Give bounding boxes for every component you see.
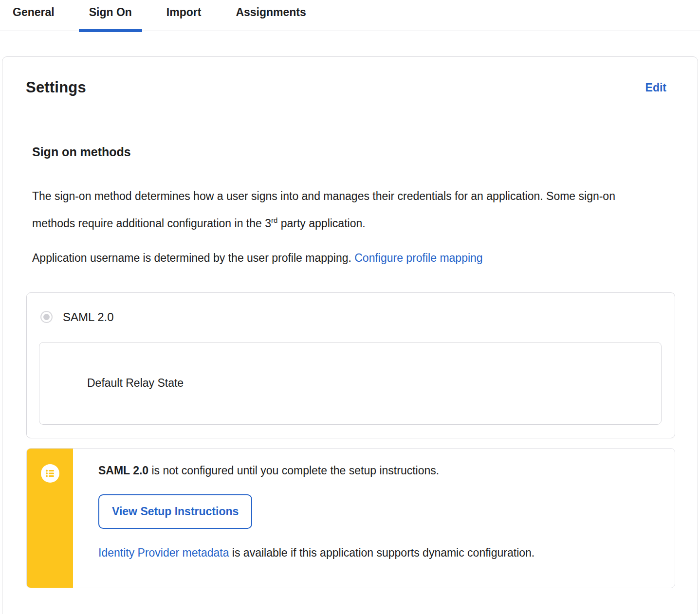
saml-radio-row: SAML 2.0	[27, 293, 675, 324]
saml-method-box: SAML 2.0 Default Relay State	[26, 292, 675, 438]
description-text-part2: party application.	[277, 217, 365, 230]
saml-radio-button[interactable]	[40, 311, 53, 323]
page-title: Settings	[26, 79, 86, 96]
callout-message: SAML 2.0 is not configured until you com…	[98, 462, 655, 479]
username-note-text: Application username is determined by th…	[32, 252, 354, 264]
username-mapping-note: Application username is determined by th…	[32, 246, 636, 270]
metadata-line-rest: is available if this application support…	[229, 546, 534, 559]
saml-setup-callout: SAML 2.0 is not configured until you com…	[26, 448, 675, 588]
sign-on-methods-description: The sign-on method determines how a user…	[32, 184, 636, 235]
tab-sign-on[interactable]: Sign On	[79, 0, 142, 31]
default-relay-state-box: Default Relay State	[39, 342, 662, 425]
callout-message-bold: SAML 2.0	[98, 464, 148, 477]
tab-import[interactable]: Import	[156, 0, 212, 31]
callout-body: SAML 2.0 is not configured until you com…	[73, 449, 675, 588]
settings-card-header: Settings Edit	[2, 57, 698, 96]
edit-button[interactable]: Edit	[645, 81, 666, 94]
configure-profile-mapping-link[interactable]: Configure profile mapping	[354, 252, 482, 264]
metadata-line: Identity Provider metadata is available …	[98, 546, 655, 560]
tab-general[interactable]: General	[2, 0, 65, 31]
app-tab-bar: General Sign On Import Assignments	[0, 0, 700, 31]
callout-accent-bar	[27, 449, 73, 588]
description-superscript: rd	[271, 216, 277, 224]
tab-assignments[interactable]: Assignments	[225, 0, 316, 31]
list-icon	[41, 464, 59, 483]
default-relay-state-label: Default Relay State	[87, 377, 184, 390]
sign-on-methods-heading: Sign on methods	[32, 145, 675, 159]
identity-provider-metadata-link[interactable]: Identity Provider metadata	[98, 546, 229, 559]
saml-radio-label: SAML 2.0	[63, 310, 114, 324]
radio-dot-icon	[43, 314, 50, 320]
view-setup-instructions-button[interactable]: View Setup Instructions	[98, 494, 252, 529]
settings-card: Settings Edit Sign on methods The sign-o…	[2, 56, 698, 614]
callout-message-rest: is not configured until you complete the…	[148, 464, 439, 477]
sign-on-methods-section: Sign on methods The sign-on method deter…	[2, 145, 698, 588]
